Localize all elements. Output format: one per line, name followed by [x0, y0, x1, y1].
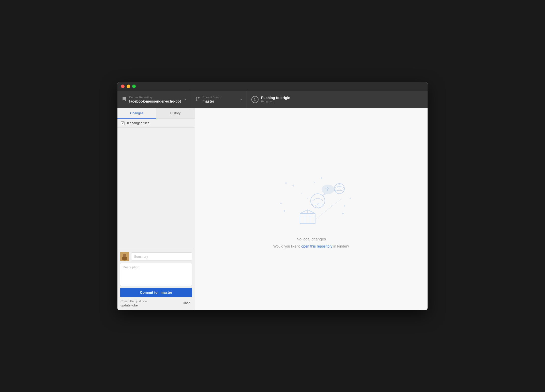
commit-button[interactable]: Commit to master — [120, 288, 192, 297]
tab-history[interactable]: History — [156, 108, 195, 119]
branch-name: master — [203, 99, 237, 103]
repo-name: facebook-messenger-echo-bot — [129, 99, 181, 103]
branch-arrow-icon: ▾ — [240, 98, 242, 101]
maximize-button[interactable] — [132, 85, 136, 88]
sync-icon: ↻ — [251, 96, 259, 103]
open-repo-link[interactable]: open this repository — [301, 244, 332, 248]
push-section[interactable]: ↻ Pushing to origin Hang on... — [247, 91, 318, 108]
branch-text: Current Branch master — [203, 96, 237, 103]
push-sub: Hang on... — [261, 100, 313, 103]
tabs: Changes History — [117, 108, 195, 119]
minimize-button[interactable] — [127, 85, 130, 88]
files-list — [117, 128, 195, 249]
tab-changes[interactable]: Changes — [117, 108, 156, 119]
open-repo-text: Would you like to open this repository i… — [273, 244, 349, 248]
push-label: Pushing to origin — [261, 96, 313, 100]
svg-point-25 — [301, 193, 302, 194]
main-content: Changes History ✓ 0 changed files — [117, 108, 428, 310]
current-repo-section[interactable]: Current Repository facebook-messenger-ec… — [117, 91, 191, 108]
traffic-lights — [121, 85, 136, 88]
repo-icon — [122, 97, 127, 103]
commit-top — [120, 252, 192, 261]
commit-form: Commit to master — [120, 252, 192, 297]
summary-input[interactable] — [131, 252, 192, 260]
commit-button-label: Commit to — [140, 290, 157, 295]
svg-point-4 — [321, 177, 322, 179]
svg-point-6 — [280, 203, 282, 204]
last-commit-time: Committed just now — [120, 299, 147, 304]
commit-area: Commit to master Committed just now upda… — [117, 249, 195, 310]
svg-text:×: × — [313, 180, 315, 184]
push-text: Pushing to origin Hang on... — [261, 96, 313, 103]
toolbar: Current Repository facebook-messenger-ec… — [117, 91, 428, 108]
undo-button[interactable]: Undo — [181, 301, 192, 305]
right-panel: × + — [195, 108, 428, 310]
changed-files-row: ✓ 0 changed files — [117, 119, 195, 128]
last-commit-info: Committed just now update token — [120, 299, 147, 307]
titlebar — [117, 82, 428, 91]
current-branch-section[interactable]: Current Branch master ▾ — [191, 91, 247, 108]
svg-point-7 — [344, 205, 345, 207]
sidebar: Changes History ✓ 0 changed files — [117, 108, 195, 310]
last-commit-message: update token — [120, 304, 147, 307]
open-repo-suffix: in Finder? — [332, 244, 349, 248]
svg-text:?: ? — [326, 187, 329, 192]
check-icon: ✓ — [122, 122, 124, 124]
svg-rect-11 — [300, 214, 315, 224]
no-changes-label: No local changes — [297, 237, 326, 241]
branch-label: Current Branch — [203, 96, 237, 99]
empty-state-illustration: × + — [271, 170, 352, 231]
repo-text: Current Repository facebook-messenger-ec… — [129, 96, 181, 103]
open-repo-prefix: Would you like to — [273, 244, 301, 248]
repo-label: Current Repository — [129, 96, 181, 99]
branch-icon — [195, 97, 200, 103]
repo-arrow-icon: ▾ — [185, 98, 186, 101]
description-input[interactable] — [120, 263, 192, 286]
last-commit-row: Committed just now update token Undo — [120, 297, 192, 308]
app-window: Current Repository facebook-messenger-ec… — [117, 82, 428, 310]
svg-point-24 — [307, 198, 308, 199]
avatar — [120, 252, 129, 261]
svg-point-2 — [123, 254, 126, 257]
commit-button-branch: master — [161, 290, 172, 295]
svg-line-10 — [316, 198, 342, 219]
select-all-checkbox[interactable]: ✓ — [121, 121, 125, 125]
close-button[interactable] — [121, 85, 125, 88]
changed-files-label: 0 changed files — [127, 121, 149, 125]
svg-point-3 — [285, 182, 287, 184]
